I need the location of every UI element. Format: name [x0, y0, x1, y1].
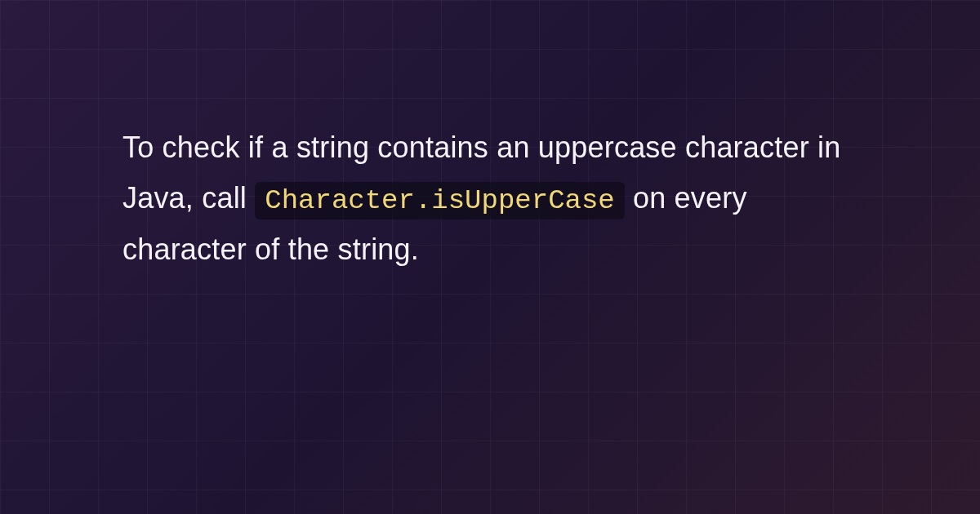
description-text: To check if a string contains an upperca…	[122, 122, 858, 275]
code-inline: Character.isUpperCase	[255, 182, 624, 219]
content-container: To check if a string contains an upperca…	[0, 0, 980, 514]
